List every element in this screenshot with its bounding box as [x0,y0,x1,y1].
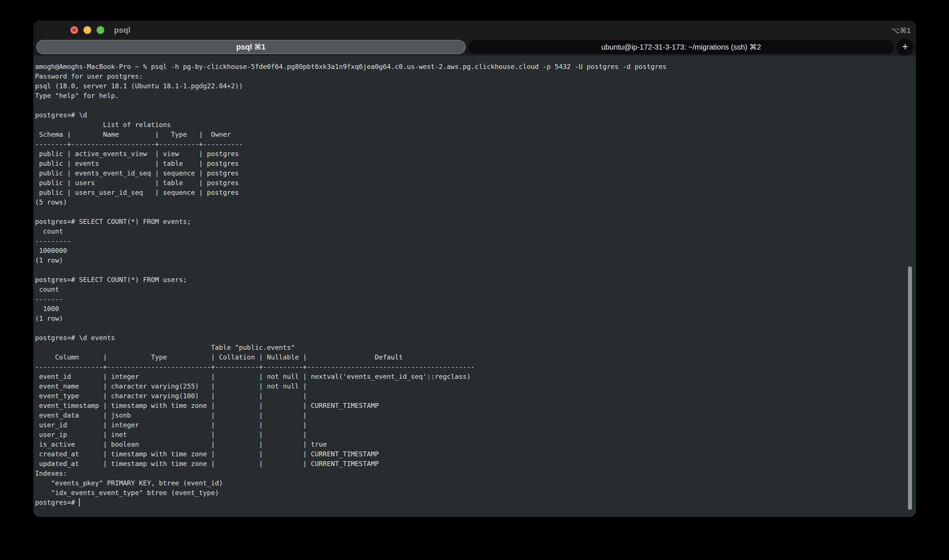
zoom-button[interactable] [97,26,104,34]
terminal-content: amogh@Amoghs-MacBook-Pro ~ % psql -h pg-… [33,55,916,517]
close-dot-icon [73,28,76,32]
tab-bar: psql ⌘1 ubuntu@ip-172-31-3-173: ~/migrat… [36,39,913,54]
window-chrome: psql ⌥⌘1 psql ⌘1 ubuntu@ip-172-31-3-173:… [33,20,916,55]
terminal-window: psql ⌥⌘1 psql ⌘1 ubuntu@ip-172-31-3-173:… [33,20,916,517]
terminal-output: amogh@Amoghs-MacBook-Pro ~ % psql -h pg-… [35,62,916,498]
prompt-text: postgres=# [35,498,79,506]
plus-icon: + [902,42,908,52]
tab-label: ubuntu@ip-172-31-3-173: ~/migrations (ss… [601,43,761,52]
new-tab-button[interactable]: + [897,38,914,55]
tab-psql[interactable]: psql ⌘1 [36,40,466,54]
text-cursor [79,498,80,506]
tab-ssh-migrations[interactable]: ubuntu@ip-172-31-3-173: ~/migrations (ss… [468,40,894,54]
minimize-button[interactable] [83,26,91,34]
prompt-line: postgres=# [35,498,916,507]
traffic-lights [70,26,104,34]
scrollbar-thumb[interactable] [908,266,912,510]
tab-label: psql ⌘1 [236,42,266,52]
window-title: psql [114,26,131,34]
tab-shortcut-indicator: ⌥⌘1 [891,26,911,34]
close-button[interactable] [70,26,78,34]
